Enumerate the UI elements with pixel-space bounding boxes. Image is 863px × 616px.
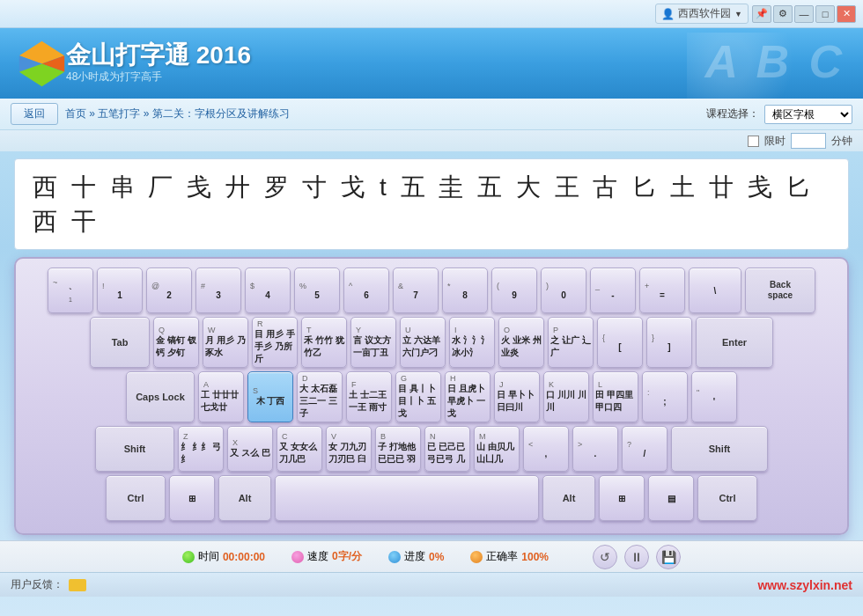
key-4[interactable]: $ 4	[245, 268, 291, 313]
key-l[interactable]: L 田 甲四里 甲口四	[593, 371, 638, 422]
navbar: 返回 首页 » 五笔打字 » 第二关：字根分区及讲解练习 课程选择： 横区字根	[0, 99, 863, 130]
key-h[interactable]: H 日 且虎卜 早虎卜 一戈	[445, 371, 491, 422]
key-row-1: Tab Q 金 镐钉 钗钙 夕钉 W 月 用彡 乃豕水 R 目 用彡 手手彡 乃…	[26, 317, 837, 368]
key-v[interactable]: V 女 刀九刃 刀刃巳 臼	[326, 426, 372, 472]
footer-url: www.szylxin.net	[757, 578, 852, 592]
time-value: 00:00:00	[223, 551, 265, 563]
speed-dot	[291, 551, 304, 563]
accuracy-label: 正确率	[486, 549, 518, 564]
app-header: 金山打字通 2016 48小时成为打字高手 A B C	[0, 28, 863, 99]
key-0[interactable]: ) 0	[541, 268, 586, 313]
key-gt[interactable]: > .	[572, 426, 618, 472]
speed-label: 速度	[307, 549, 328, 564]
key-row-3: Shift Z 纟 纟纟 弓纟 X 又 ス么 巴 C 又 女女么 刀几巴 V 女…	[26, 426, 837, 472]
key-w[interactable]: W 月 用彡 乃豕水	[203, 317, 248, 368]
key-d[interactable]: D 大 太石磊 三二一 三子	[297, 371, 343, 422]
key-backslash[interactable]: \	[689, 268, 741, 313]
key-menu[interactable]: ▤	[648, 475, 694, 521]
key-quote[interactable]: " '	[691, 371, 737, 422]
time-label: 时间	[198, 549, 219, 564]
key-6[interactable]: ^ 6	[343, 268, 389, 313]
key-3[interactable]: # 3	[195, 268, 241, 313]
key-lwin[interactable]: ⊞	[169, 475, 215, 521]
key-x[interactable]: X 又 ス么 巴	[227, 426, 273, 472]
key-rctrl[interactable]: Ctrl	[697, 475, 757, 521]
key-a[interactable]: A 工 廿廿廿 七戈廿	[198, 371, 244, 422]
username: 西西软件园	[678, 6, 731, 21]
key-s[interactable]: S 木 丁西	[247, 371, 293, 422]
key-2[interactable]: @ 2	[146, 268, 192, 313]
course-label: 课程选择：	[706, 106, 759, 121]
key-ralt[interactable]: Alt	[542, 475, 595, 521]
key-9[interactable]: ( 9	[491, 268, 537, 313]
key-rwin[interactable]: ⊞	[599, 475, 645, 521]
user-icon: 👤	[661, 8, 675, 20]
maximize-button[interactable]: □	[815, 5, 835, 23]
timelimit-unit: 分钟	[831, 134, 852, 149]
key-r[interactable]: T 禾 竹竹 犹竹乙	[301, 317, 347, 368]
abc-watermark: A B C	[704, 35, 845, 88]
key-q[interactable]: Q 金 镐钉 钗钙 夕钉	[153, 317, 199, 368]
key-backspace[interactable]: Backspace	[745, 268, 815, 313]
key-lbrace[interactable]: } ]	[646, 317, 692, 368]
key-lt[interactable]: < ,	[523, 426, 569, 472]
pause-button[interactable]: ⏸	[624, 545, 649, 569]
key-5[interactable]: % 5	[294, 268, 340, 313]
progress-dot	[388, 551, 401, 563]
user-info: 👤 西西软件园 ▼	[655, 4, 749, 24]
pin-button[interactable]: 📌	[752, 5, 771, 23]
key-e[interactable]: R 目 用彡 手手彡 乃所斤	[252, 317, 298, 368]
key-z[interactable]: Z 纟 纟纟 弓纟	[178, 426, 224, 472]
key-tilde[interactable]: ~ `1	[48, 268, 93, 313]
accuracy-value: 100%	[521, 551, 549, 563]
key-b[interactable]: B 子 打地他 已已已 羽	[375, 426, 421, 472]
app-logo	[18, 40, 66, 88]
key-i[interactable]: O 火 业米 州业炎	[498, 317, 544, 368]
key-tab[interactable]: Tab	[90, 317, 150, 368]
reset-button[interactable]: ↺	[593, 545, 617, 569]
key-c[interactable]: C 又 女女么 刀几巴	[277, 426, 322, 472]
course-select[interactable]: 横区字根	[764, 105, 852, 124]
key-equal[interactable]: + =	[639, 268, 685, 313]
key-t[interactable]: Y 言 议文方 一亩丁丑	[350, 317, 396, 368]
key-y[interactable]: U 立 六达羊 六门户刁	[400, 317, 446, 368]
key-qmark[interactable]: ? /	[622, 426, 668, 472]
key-g[interactable]: G 目 具丨卜 目丨卜 五戈	[395, 371, 441, 422]
feedback-label: 用户反馈：	[11, 577, 63, 592]
key-rshift[interactable]: Shift	[671, 426, 768, 472]
key-minus[interactable]: _ -	[590, 268, 636, 313]
minimize-button[interactable]: —	[794, 5, 814, 23]
progress-item: 进度 0%	[388, 549, 444, 564]
key-caps[interactable]: Caps Lock	[126, 371, 195, 422]
back-button[interactable]: 返回	[11, 103, 58, 125]
key-7[interactable]: & 7	[393, 268, 439, 313]
key-8[interactable]: * 8	[442, 268, 488, 313]
key-f[interactable]: F 土 士二王 一王 雨寸	[346, 371, 392, 422]
dropdown-icon[interactable]: ▼	[734, 10, 742, 18]
key-enter[interactable]: Enter	[696, 317, 773, 368]
key-m[interactable]: M 山 由贝几 山凵几	[474, 426, 520, 472]
key-n[interactable]: N 已 已己已 弓已弓 几	[424, 426, 470, 472]
key-p[interactable]: { [	[597, 317, 643, 368]
key-k[interactable]: K 口 川川 川川	[543, 371, 589, 422]
key-lalt[interactable]: Alt	[218, 475, 271, 521]
key-lshift[interactable]: Shift	[95, 426, 174, 472]
key-1[interactable]: ! 1	[97, 268, 143, 313]
save-button[interactable]: 💾	[656, 545, 681, 569]
key-j[interactable]: J 日 早卜卜 日曰川	[494, 371, 540, 422]
close-button[interactable]: ✕	[837, 5, 856, 23]
key-lctrl[interactable]: Ctrl	[106, 475, 166, 521]
key-o[interactable]: P 之 让广 辶广	[548, 317, 594, 368]
status-icons: ↺ ⏸ 💾	[593, 545, 681, 569]
key-space[interactable]	[275, 475, 539, 521]
timelimit-checkbox[interactable]	[748, 136, 759, 147]
key-u[interactable]: I 水 氵氵氵 冰小氵	[449, 317, 495, 368]
time-dot	[182, 551, 195, 563]
timelimit-input[interactable]	[791, 133, 826, 149]
feedback-icon[interactable]	[69, 579, 86, 591]
footer-left: 用户反馈：	[11, 577, 86, 592]
settings-button[interactable]: ⚙	[773, 5, 793, 23]
timelimit-label: 限时	[764, 134, 786, 149]
status-bar: 时间 00:00:00 速度 0字/分 进度 0% 正确率 100% ↺ ⏸ 💾	[0, 540, 863, 572]
key-semi[interactable]: : ;	[642, 371, 688, 422]
